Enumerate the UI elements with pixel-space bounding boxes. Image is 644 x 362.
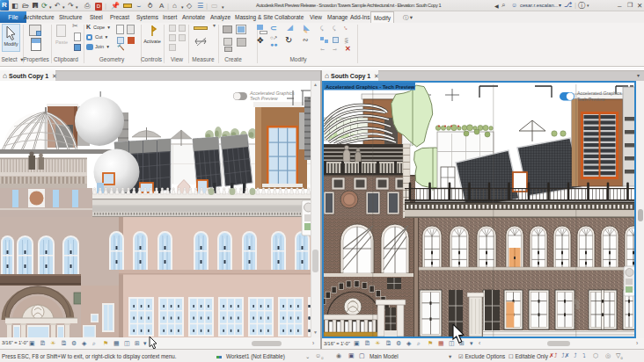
svg-text:Accelerated Graphics: Accelerated Graphics: [577, 90, 622, 96]
svg-text:Accelerated Graphics: Accelerated Graphics: [249, 90, 295, 96]
svg-text:Accelerated Graphics - Tech Pr: Accelerated Graphics - Tech Preview: [326, 84, 415, 90]
svg-text:Tech Preview: Tech Preview: [577, 97, 605, 102]
svg-text:Tech Preview: Tech Preview: [250, 96, 279, 101]
